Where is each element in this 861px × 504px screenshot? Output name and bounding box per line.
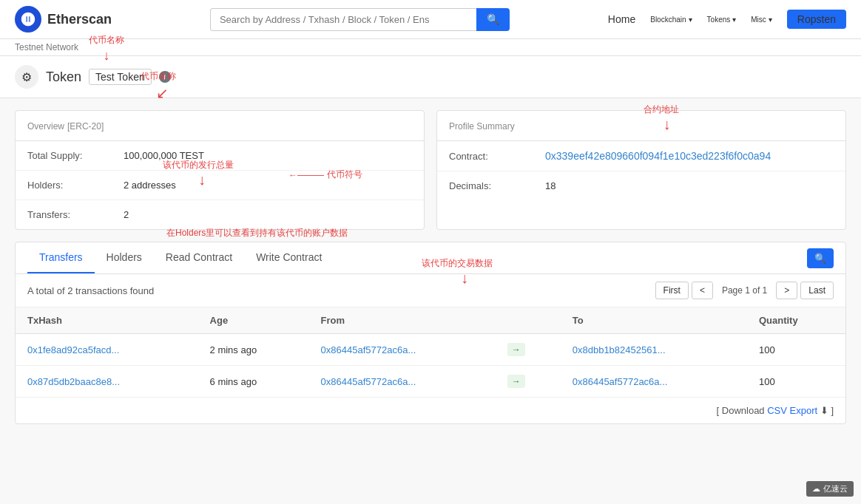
- nav-misc[interactable]: Misc ▾: [751, 16, 772, 24]
- overview-panel-body: Total Supply: 100,000,000 TEST Holders: …: [16, 141, 424, 229]
- to-link[interactable]: 0x86445af5772ac6a...: [573, 376, 668, 387]
- txhash-link[interactable]: 0x1fe8ad92ca5facd...: [27, 344, 119, 355]
- holders-row: Holders: 2 addresses: [16, 171, 424, 200]
- tabs-header: Transfers Holders Read Contract Write Co…: [16, 242, 845, 274]
- pagination-first[interactable]: First: [655, 282, 689, 299]
- cell-quantity: 100: [747, 366, 845, 398]
- tab-transfers[interactable]: Transfers: [27, 242, 95, 273]
- col-txhash: TxHash: [16, 307, 198, 334]
- page-info: Page 1 of 1: [716, 282, 773, 299]
- col-age: Age: [198, 307, 309, 334]
- col-from: From: [309, 307, 496, 334]
- search-button[interactable]: 🔍: [476, 8, 510, 31]
- token-icon: ⚙: [15, 65, 38, 89]
- transfers-row: Transfers: 2: [16, 200, 424, 229]
- csv-export-link[interactable]: CSV Export: [767, 405, 817, 416]
- logo-text: Etherscan: [47, 12, 112, 27]
- profile-panel: Profile Summary Contract: 0x339eef42e809…: [436, 110, 846, 230]
- table-body: 0x1fe8ad92ca5facd... 2 mins ago 0x86445a…: [16, 334, 845, 398]
- chevron-down-icon: ▾: [769, 16, 772, 24]
- contract-row: Contract: 0x339eef42e809660f094f1e10c3ed…: [437, 141, 845, 171]
- csv-row: [ Download CSV Export ⬇ ]: [16, 397, 845, 423]
- info-icon[interactable]: i: [159, 71, 171, 83]
- cell-arrow-icon: →: [496, 366, 561, 398]
- token-name-badge: Test Token: [89, 69, 152, 85]
- tabs-container: Transfers Holders Read Contract Write Co…: [15, 242, 846, 424]
- to-link[interactable]: 0x8dbb1b82452561...: [573, 344, 666, 355]
- search-input[interactable]: [210, 8, 476, 31]
- txhash-link[interactable]: 0x87d5db2baac8e8...: [27, 376, 120, 387]
- cell-txhash: 0x1fe8ad92ca5facd...: [16, 334, 198, 366]
- chevron-down-icon: ▾: [732, 16, 736, 24]
- header: Etherscan 🔍 Home Blockchain ▾ Tokens ▾ M…: [0, 0, 861, 39]
- header-left: Etherscan: [15, 6, 112, 33]
- user-button[interactable]: Ropsten: [787, 10, 846, 29]
- cell-txhash: 0x87d5db2baac8e8...: [16, 366, 198, 398]
- tabs-list: Transfers Holders Read Contract Write Co…: [27, 242, 334, 273]
- logo[interactable]: Etherscan: [15, 6, 112, 33]
- chevron-down-icon: ▾: [689, 16, 692, 24]
- col-quantity: Quantity: [747, 307, 845, 334]
- cell-to: 0x86445af5772ac6a...: [561, 366, 747, 398]
- nav: Home Blockchain ▾ Tokens ▾ Misc ▾ Ropste…: [608, 10, 846, 29]
- cell-arrow-icon: →: [496, 334, 561, 366]
- panels: Overview [ERC-20] Total Supply: 100,000,…: [15, 110, 846, 230]
- col-arrow: [496, 307, 561, 334]
- overview-panel-header: Overview [ERC-20]: [16, 111, 424, 141]
- transfers-table: TxHash Age From To Quantity 0x1fe8ad92ca…: [16, 307, 845, 397]
- pagination-next[interactable]: >: [776, 282, 797, 299]
- pagination: First < Page 1 of 1 > Last: [655, 282, 834, 299]
- logo-icon: [15, 6, 41, 33]
- table-info-row: A total of 2 transactions found First < …: [16, 274, 845, 307]
- pagination-prev[interactable]: <: [692, 282, 713, 299]
- tab-holders[interactable]: Holders: [95, 242, 154, 273]
- nav-home[interactable]: Home: [608, 13, 635, 25]
- cell-to: 0x8dbb1b82452561...: [561, 334, 747, 366]
- cell-from: 0x86445af5772ac6a...: [309, 366, 496, 398]
- pagination-last[interactable]: Last: [800, 282, 834, 299]
- total-supply-row: Total Supply: 100,000,000 TEST: [16, 141, 424, 171]
- from-link[interactable]: 0x86445af5772ac6a...: [321, 376, 416, 387]
- overview-panel: Overview [ERC-20] Total Supply: 100,000,…: [15, 110, 425, 230]
- contract-link[interactable]: 0x339eef42e809660f094f1e10c3ed223f6f0c0a…: [545, 150, 771, 162]
- table-header-row: TxHash Age From To Quantity: [16, 307, 845, 334]
- transfer-arrow-icon: →: [507, 343, 525, 356]
- cell-age: 2 mins ago: [198, 334, 309, 366]
- search-bar: 🔍: [210, 8, 510, 31]
- tab-write-contract[interactable]: Write Contract: [244, 242, 334, 273]
- col-to: To: [561, 307, 747, 334]
- etherscan-logo-svg: [20, 11, 36, 27]
- profile-panel-body: Contract: 0x339eef42e809660f094f1e10c3ed…: [437, 141, 845, 200]
- profile-panel-header: Profile Summary: [437, 111, 845, 141]
- cell-from: 0x86445af5772ac6a...: [309, 334, 496, 366]
- table-row: 0x87d5db2baac8e8... 6 mins ago 0x86445af…: [16, 366, 845, 398]
- nav-tokens[interactable]: Tokens ▾: [707, 16, 737, 24]
- from-link[interactable]: 0x86445af5772ac6a...: [321, 344, 416, 355]
- main-content: Overview [ERC-20] Total Supply: 100,000,…: [0, 98, 861, 436]
- token-label: Token: [46, 69, 81, 85]
- transactions-found-text: A total of 2 transactions found: [27, 285, 154, 296]
- tab-search-button[interactable]: 🔍: [807, 248, 834, 268]
- nav-blockchain[interactable]: Blockchain ▾: [650, 16, 692, 24]
- table-row: 0x1fe8ad92ca5facd... 2 mins ago 0x86445a…: [16, 334, 845, 366]
- subheader: Testnet Network: [0, 39, 861, 56]
- transfer-arrow-icon: →: [507, 375, 525, 388]
- token-title-row: ⚙ Token Test Token i 代币名称 ↓: [0, 56, 861, 98]
- cell-age: 6 mins ago: [198, 366, 309, 398]
- cell-quantity: 100: [747, 334, 845, 366]
- tab-read-contract[interactable]: Read Contract: [154, 242, 244, 273]
- decimals-row: Decimals: 18: [437, 171, 845, 200]
